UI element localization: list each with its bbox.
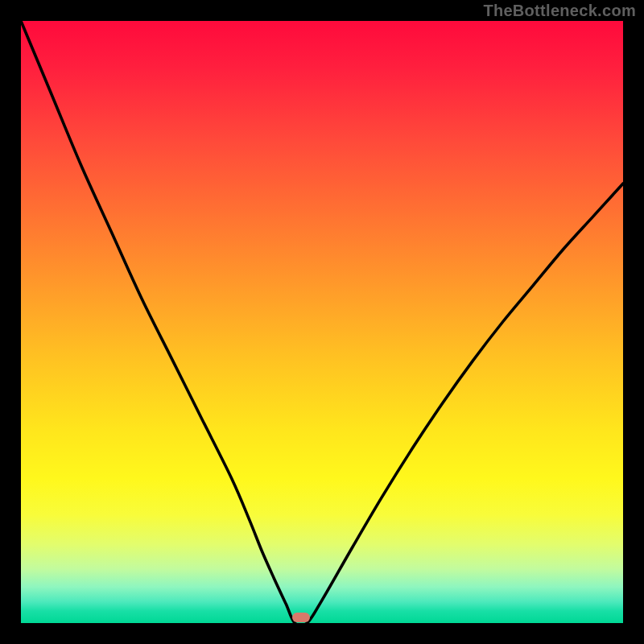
watermark-text: TheBottleneck.com xyxy=(483,2,636,20)
optimum-marker xyxy=(292,613,310,622)
plot-area xyxy=(21,21,623,623)
chart-frame: TheBottleneck.com xyxy=(0,0,644,644)
bottleneck-curve xyxy=(21,21,623,623)
